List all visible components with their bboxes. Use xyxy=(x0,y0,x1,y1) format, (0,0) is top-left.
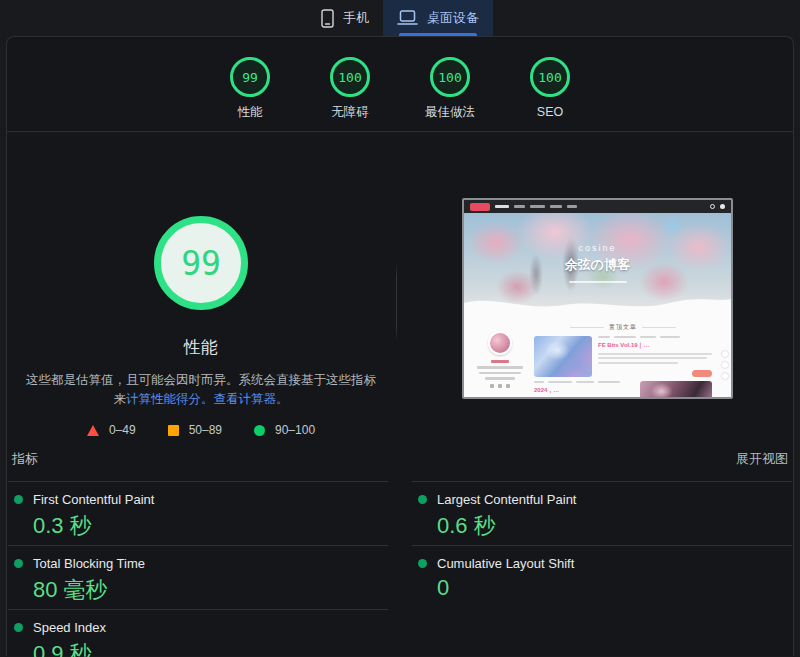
text-line-placeholder xyxy=(477,366,523,369)
tab-mobile-label: 手机 xyxy=(343,9,369,27)
site-tagline-placeholder xyxy=(569,281,627,283)
article-meta-placeholder xyxy=(534,381,634,383)
pinned-articles-heading: 置顶文章 xyxy=(534,323,712,332)
accessibility-gauge: 100 xyxy=(330,57,370,97)
nav-item-placeholder xyxy=(530,205,545,208)
metric-label: First Contentful Paint xyxy=(33,492,154,507)
performance-score-gauge-large: 99 xyxy=(154,216,248,310)
site-sidebar xyxy=(474,331,526,388)
text-line-placeholder xyxy=(479,372,521,375)
performance-description: 这些都是估算值，且可能会因时而异。系统会直接基于这些指标来计算性能得分。查看计算… xyxy=(20,371,382,409)
legend-fail-range: 0–49 xyxy=(109,423,136,437)
site-content: 置顶文章 FE Bits Vol.19｜… xyxy=(464,317,731,397)
pass-dot-icon xyxy=(14,559,23,568)
article-thumbnail xyxy=(640,381,712,397)
legend-pass: 90–100 xyxy=(254,423,315,437)
metric-cumulative-layout-shift: Cumulative Layout Shift 0 xyxy=(412,545,792,605)
site-preview: cosine 余弦の博客 xyxy=(464,200,731,397)
metric-value: 0 xyxy=(437,575,792,601)
social-icons-placeholder xyxy=(474,384,526,388)
metric-value: 0.6 秒 xyxy=(437,511,792,541)
navbar-actions xyxy=(710,204,725,209)
metrics-title: 指标 xyxy=(12,450,38,468)
performance-gauge: 99 xyxy=(230,57,270,97)
read-more-button xyxy=(692,370,712,377)
article-meta-placeholder xyxy=(598,336,712,338)
performance-score-large-value: 99 xyxy=(181,244,221,283)
nav-item-placeholder xyxy=(567,205,577,208)
avatar xyxy=(488,331,512,355)
tab-mobile[interactable]: 手机 xyxy=(307,0,383,36)
device-tabbar: 手机 桌面设备 xyxy=(0,0,800,36)
metric-speed-index: Speed Index 0.9 秒 xyxy=(8,609,388,657)
site-hero-text: cosine 余弦の博客 xyxy=(464,213,731,283)
metric-value: 80 毫秒 xyxy=(33,575,388,605)
article-body: FE Bits Vol.19｜… xyxy=(598,336,712,377)
text-line-placeholder xyxy=(485,377,515,380)
pagination-dots xyxy=(722,351,728,379)
average-square-icon xyxy=(168,425,179,436)
metric-largest-contentful-paint: Largest Contentful Paint 0.6 秒 xyxy=(412,481,792,545)
author-name-placeholder xyxy=(491,360,509,363)
legend-fail: 0–49 xyxy=(87,423,136,437)
site-navbar xyxy=(464,200,731,213)
best-practices-gauge: 100 xyxy=(430,57,470,97)
search-icon xyxy=(710,204,715,209)
legend-average: 50–89 xyxy=(168,423,222,437)
text-line-placeholder xyxy=(598,357,707,359)
site-logo xyxy=(470,203,490,211)
performance-summary: 99 性能 这些都是估算值，且可能会因时而异。系统会直接基于这些指标来计算性能得… xyxy=(7,132,395,437)
seo-gauge-label: SEO xyxy=(515,104,585,120)
pass-dot-icon xyxy=(14,495,23,504)
category-scores-row: 99 性能 100 无障碍 100 最佳做法 100 SEO xyxy=(7,37,793,132)
performance-overview: 99 性能 这些都是估算值，且可能会因时而异。系统会直接基于这些指标来计算性能得… xyxy=(7,132,793,442)
article-body: 2024，… xyxy=(534,381,634,397)
performance-score-value: 99 xyxy=(242,70,258,85)
article-title: 2024，… xyxy=(534,386,634,395)
category-score-best-practices[interactable]: 100 最佳做法 xyxy=(415,57,485,120)
metric-label: Speed Index xyxy=(33,620,106,635)
metric-label: Cumulative Layout Shift xyxy=(437,556,574,571)
score-legend: 0–49 50–89 90–100 xyxy=(7,423,395,437)
metric-label: Largest Contentful Paint xyxy=(437,492,576,507)
metrics-left-column: First Contentful Paint 0.3 秒 Total Block… xyxy=(8,481,388,657)
pass-dot-icon xyxy=(14,623,23,632)
final-screenshot-thumbnail[interactable]: cosine 余弦の博客 xyxy=(462,198,733,399)
category-score-seo[interactable]: 100 SEO xyxy=(515,57,585,120)
nav-item-placeholder xyxy=(550,205,562,208)
desktop-icon xyxy=(397,10,418,26)
metric-first-contentful-paint: First Contentful Paint 0.3 秒 xyxy=(8,481,388,545)
phone-icon xyxy=(321,9,334,28)
text-line-placeholder xyxy=(598,362,678,364)
tab-desktop-label: 桌面设备 xyxy=(427,9,479,27)
article-card: FE Bits Vol.19｜… xyxy=(534,336,712,377)
metric-total-blocking-time: Total Blocking Time 80 毫秒 xyxy=(8,545,388,609)
accessibility-gauge-label: 无障碍 xyxy=(315,104,385,120)
calculate-score-link[interactable]: 计算性能得分。 xyxy=(126,392,214,406)
pinned-heading-label: 置顶文章 xyxy=(609,323,637,332)
seo-gauge: 100 xyxy=(530,57,570,97)
site-articles: 置顶文章 FE Bits Vol.19｜… xyxy=(534,323,712,397)
nav-item-placeholder xyxy=(514,205,525,208)
accessibility-score-value: 100 xyxy=(338,70,361,85)
site-name: cosine xyxy=(464,243,731,253)
pass-dot-icon xyxy=(418,559,427,568)
metrics-right-column: Largest Contentful Paint 0.6 秒 Cumulativ… xyxy=(412,481,792,657)
nav-item-placeholder xyxy=(495,205,509,208)
metric-value: 0.9 秒 xyxy=(33,639,388,657)
view-calculator-link[interactable]: 查看计算器。 xyxy=(214,392,289,406)
category-score-performance[interactable]: 99 性能 xyxy=(215,57,285,120)
metric-label: Total Blocking Time xyxy=(33,556,145,571)
expand-view-link[interactable]: 展开视图 xyxy=(736,450,788,468)
pass-dot-icon xyxy=(418,495,427,504)
article-thumbnail xyxy=(534,336,592,377)
tab-desktop[interactable]: 桌面设备 xyxy=(383,0,493,36)
report-panel: 99 性能 100 无障碍 100 最佳做法 100 SEO 99 xyxy=(6,36,794,656)
metrics-grid: First Contentful Paint 0.3 秒 Total Block… xyxy=(7,481,793,657)
category-score-accessibility[interactable]: 100 无障碍 xyxy=(315,57,385,120)
performance-section-title: 性能 xyxy=(7,336,395,359)
performance-gauge-label: 性能 xyxy=(215,104,285,120)
section-divider xyxy=(396,262,397,342)
seo-score-value: 100 xyxy=(538,70,561,85)
legend-average-range: 50–89 xyxy=(189,423,222,437)
